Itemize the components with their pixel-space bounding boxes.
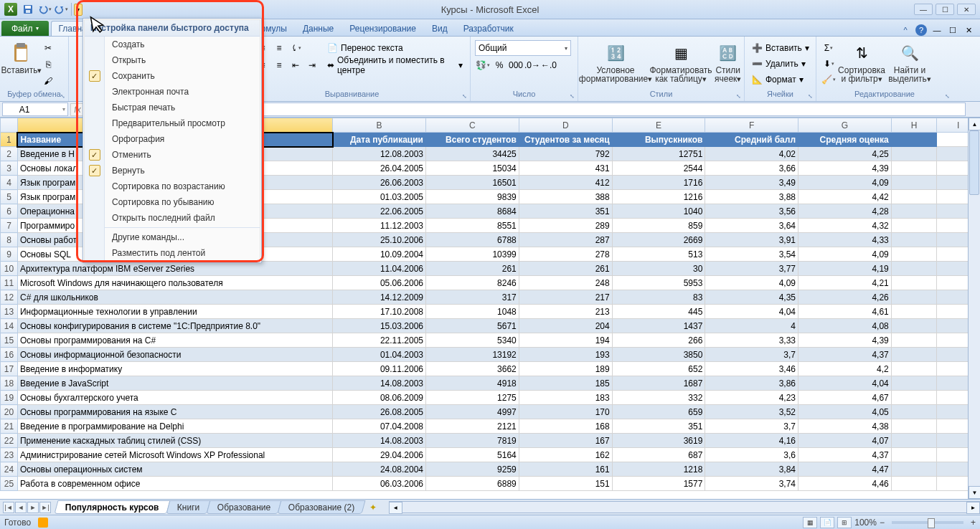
row-header-14[interactable]: 14 xyxy=(1,319,18,333)
cell[interactable]: 431 xyxy=(519,161,612,176)
header-cell[interactable]: Выпускников xyxy=(612,133,705,147)
zoom-level[interactable]: 100% xyxy=(854,518,877,528)
cell[interactable]: 204 xyxy=(519,319,612,333)
row-header-11[interactable]: 11 xyxy=(1,276,18,290)
cell[interactable]: 10.09.2004 xyxy=(333,247,426,262)
cell[interactable]: Основы бухгалтерского учета xyxy=(17,391,332,405)
menu-item-7[interactable]: Отменить xyxy=(105,147,260,163)
cell[interactable]: 6889 xyxy=(425,477,519,491)
cell[interactable]: 4,33 xyxy=(798,233,892,247)
cell[interactable]: 1275 xyxy=(425,391,519,405)
cell[interactable]: 193 xyxy=(519,348,612,362)
cell[interactable]: 4,39 xyxy=(798,333,892,348)
cell[interactable]: 1577 xyxy=(612,477,705,491)
cell[interactable]: 4,09 xyxy=(705,276,798,290)
orientation-icon[interactable]: ⤹ xyxy=(288,40,303,56)
decrease-decimal-icon[interactable]: ←.0 xyxy=(541,57,557,73)
cell[interactable]: 4,39 xyxy=(798,161,892,176)
cell[interactable]: 06.03.2006 xyxy=(333,477,426,491)
cell[interactable]: 22.11.2005 xyxy=(333,333,426,348)
menu-item-2[interactable]: Сохранить xyxy=(105,68,260,84)
cell[interactable]: 12751 xyxy=(612,147,705,161)
cell[interactable]: 01.04.2003 xyxy=(333,348,426,362)
row-header-22[interactable]: 22 xyxy=(1,434,18,448)
cell[interactable]: 3,77 xyxy=(705,262,798,276)
merge-center-button[interactable]: ⬌Объединить и поместить в центре ▾ xyxy=(324,57,466,73)
increase-indent-icon[interactable]: ⇥ xyxy=(304,57,320,73)
row-header-16[interactable]: 16 xyxy=(1,348,18,362)
cell[interactable]: 15034 xyxy=(425,161,519,176)
minimize-ribbon-icon[interactable]: ^ xyxy=(900,24,911,36)
cell[interactable]: 08.06.2009 xyxy=(333,391,426,405)
row-header-19[interactable]: 19 xyxy=(1,391,18,405)
insert-cells-button[interactable]: ➕ Вставить ▾ xyxy=(749,40,812,56)
cell[interactable]: 4,09 xyxy=(798,176,892,190)
cell[interactable]: 1048 xyxy=(425,305,519,319)
cell[interactable]: 659 xyxy=(612,405,705,419)
cell[interactable]: 4,35 xyxy=(705,290,798,305)
cell[interactable]: Введение в информатику xyxy=(17,362,332,376)
menu-item-3[interactable]: Электронная почта xyxy=(105,84,260,100)
zoom-in-icon[interactable]: + xyxy=(971,518,976,528)
cell[interactable]: 8551 xyxy=(425,219,519,233)
cell[interactable]: 248 xyxy=(519,276,612,290)
cell[interactable]: 8246 xyxy=(425,276,519,290)
cell[interactable]: 4,04 xyxy=(798,376,892,391)
cell[interactable]: 12.08.2003 xyxy=(333,147,426,161)
clear-icon[interactable]: 🧹 xyxy=(821,72,837,87)
new-sheet-icon[interactable]: ✦ xyxy=(364,502,382,513)
cell[interactable]: Основы конфигурирования в системе "1С:Пр… xyxy=(17,319,332,333)
cell[interactable]: 687 xyxy=(612,448,705,462)
cell[interactable]: 3,7 xyxy=(705,348,798,362)
row-header-10[interactable]: 10 xyxy=(1,262,18,276)
cell[interactable]: Введение в JavaScript xyxy=(17,376,332,391)
cell[interactable]: Архитектура платформ IBM eServer zSeries xyxy=(17,262,332,276)
ribbon-tab-5[interactable]: Рецензирование xyxy=(342,21,423,36)
cell[interactable]: Администрирование сетей Microsoft Window… xyxy=(17,448,332,462)
undo-icon[interactable]: ▾ xyxy=(37,1,52,17)
ribbon-tab-7[interactable]: Разработчик xyxy=(456,21,521,36)
row-header-17[interactable]: 17 xyxy=(1,362,18,376)
currency-icon[interactable]: 💱 xyxy=(475,57,491,73)
zoom-out-icon[interactable]: − xyxy=(880,518,885,528)
cell[interactable]: 4,67 xyxy=(798,391,892,405)
row-header-20[interactable]: 20 xyxy=(1,405,18,419)
cell[interactable]: 287 xyxy=(519,233,612,247)
mdi-close-icon[interactable]: ✕ xyxy=(963,24,974,36)
cell[interactable]: 2669 xyxy=(612,233,705,247)
cell[interactable]: 266 xyxy=(612,333,705,348)
cell[interactable]: 4,38 xyxy=(798,419,892,434)
sheet-nav-first-icon[interactable]: |◄ xyxy=(3,502,14,513)
cell[interactable]: 24.08.2004 xyxy=(333,462,426,477)
sheet-nav-next-icon[interactable]: ► xyxy=(27,502,39,513)
cell[interactable]: 4,04 xyxy=(705,305,798,319)
align-bottom-icon[interactable]: ≡ xyxy=(271,40,287,56)
cell[interactable]: 652 xyxy=(612,362,705,376)
redo-icon[interactable]: ▾ xyxy=(53,1,69,17)
cell[interactable]: 7819 xyxy=(425,434,519,448)
mdi-minimize-icon[interactable]: — xyxy=(931,24,943,36)
menu-item-9[interactable]: Сортировка по возрастанию xyxy=(105,178,260,194)
cell[interactable]: 1218 xyxy=(612,462,705,477)
sheet-tab-2[interactable]: Образование xyxy=(206,500,281,514)
cell[interactable]: 5953 xyxy=(612,276,705,290)
col-header-F[interactable]: F xyxy=(705,118,798,133)
menu-item-6[interactable]: Орфография xyxy=(105,131,260,147)
cell[interactable]: Введение в программирование на Delphi xyxy=(17,419,332,434)
menu-item-11[interactable]: Открыть последний файл xyxy=(105,210,260,226)
cell[interactable]: 289 xyxy=(519,219,612,233)
mdi-restore-icon[interactable]: ☐ xyxy=(947,24,958,36)
autosum-icon[interactable]: Σ xyxy=(821,40,837,56)
cell[interactable]: 4,21 xyxy=(798,276,892,290)
header-cell[interactable]: Средний балл xyxy=(705,133,798,147)
cell[interactable]: Основы программирования на языке C xyxy=(17,405,332,419)
cell[interactable]: 4,08 xyxy=(798,319,892,333)
file-tab[interactable]: Файл xyxy=(1,21,49,36)
cell[interactable]: 4,26 xyxy=(798,290,892,305)
cell[interactable]: 412 xyxy=(519,176,612,190)
cell[interactable]: 8684 xyxy=(425,204,519,219)
cell[interactable]: 213 xyxy=(519,305,612,319)
cell[interactable]: 10399 xyxy=(425,247,519,262)
col-header-C[interactable]: C xyxy=(425,118,519,133)
normal-view-icon[interactable]: ▦ xyxy=(803,517,817,528)
